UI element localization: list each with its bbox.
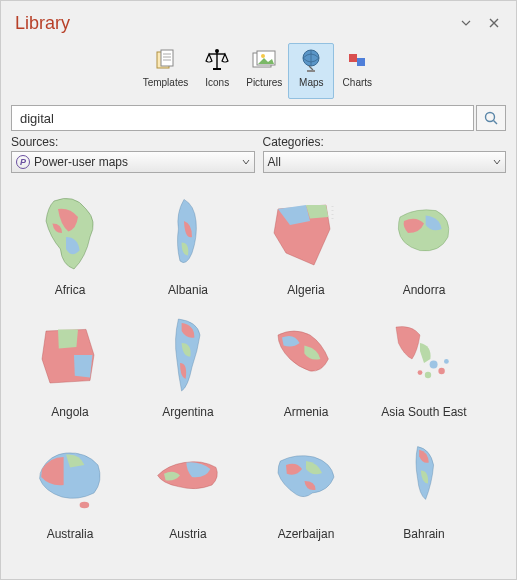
map-label: Asia South East xyxy=(381,405,466,419)
chevron-down-icon xyxy=(493,155,501,169)
search-input[interactable] xyxy=(11,105,474,131)
categories-label: Categories: xyxy=(263,135,507,149)
map-thumb xyxy=(252,431,360,523)
ribbon: Templates Icons Pictures xyxy=(1,39,516,99)
svg-point-25 xyxy=(438,368,444,374)
sources-dropdown[interactable]: P Power-user maps xyxy=(11,151,255,173)
svg-point-24 xyxy=(430,361,438,369)
ribbon-pictures[interactable]: Pictures xyxy=(240,43,288,99)
ribbon-label: Charts xyxy=(343,77,372,88)
search-button[interactable] xyxy=(476,105,506,131)
svg-rect-17 xyxy=(357,58,365,66)
map-label: Africa xyxy=(55,283,86,297)
map-label: Azerbaijan xyxy=(278,527,335,541)
svg-point-7 xyxy=(215,49,219,53)
svg-rect-1 xyxy=(161,50,173,66)
map-label: Algeria xyxy=(287,283,324,297)
svg-text:—: — xyxy=(332,209,334,211)
scales-icon xyxy=(202,45,232,75)
map-item-andorra[interactable]: Andorra xyxy=(365,183,483,305)
ribbon-charts[interactable]: Charts xyxy=(334,43,380,99)
map-thumb xyxy=(134,309,242,401)
maps-grid[interactable]: Africa Albania ———— Algeria xyxy=(11,183,512,573)
ribbon-maps[interactable]: Maps xyxy=(288,43,334,99)
map-thumb xyxy=(134,187,242,279)
map-item-armenia[interactable]: Armenia xyxy=(247,305,365,427)
ribbon-label: Templates xyxy=(143,77,189,88)
ribbon-templates[interactable]: Templates xyxy=(137,43,195,99)
categories-dropdown[interactable]: All xyxy=(263,151,507,173)
panel-title: Library xyxy=(15,13,450,34)
map-thumb xyxy=(134,431,242,523)
ribbon-label: Maps xyxy=(299,77,323,88)
map-item-australia[interactable]: Australia xyxy=(11,427,129,549)
map-item-africa[interactable]: Africa xyxy=(11,183,129,305)
map-item-asia-south-east[interactable]: Asia South East xyxy=(365,305,483,427)
svg-text:—: — xyxy=(332,205,334,207)
svg-point-29 xyxy=(80,502,90,508)
ribbon-label: Pictures xyxy=(246,77,282,88)
map-item-austria[interactable]: Austria xyxy=(129,427,247,549)
map-label: Bahrain xyxy=(403,527,444,541)
pictures-icon xyxy=(249,45,279,75)
svg-line-14 xyxy=(309,66,313,70)
map-item-angola[interactable]: Angola xyxy=(11,305,129,427)
map-label: Armenia xyxy=(284,405,329,419)
map-label: Argentina xyxy=(162,405,213,419)
svg-text:—: — xyxy=(332,217,334,219)
map-thumb xyxy=(252,309,360,401)
svg-point-11 xyxy=(261,54,265,58)
map-thumb xyxy=(16,309,124,401)
ribbon-icons[interactable]: Icons xyxy=(194,43,240,99)
search-icon xyxy=(483,110,499,126)
map-thumb xyxy=(370,187,478,279)
map-thumb xyxy=(370,431,478,523)
map-thumb xyxy=(16,187,124,279)
map-label: Austria xyxy=(169,527,206,541)
globe-icon xyxy=(296,45,326,75)
svg-text:—: — xyxy=(332,213,334,215)
map-item-albania[interactable]: Albania xyxy=(129,183,247,305)
close-button[interactable] xyxy=(482,11,506,35)
svg-point-28 xyxy=(418,370,423,375)
menu-dropdown-button[interactable] xyxy=(454,11,478,35)
categories-value: All xyxy=(268,155,281,169)
svg-point-18 xyxy=(486,113,495,122)
templates-icon xyxy=(150,45,180,75)
svg-rect-16 xyxy=(349,54,357,62)
sources-label: Sources: xyxy=(11,135,255,149)
chevron-down-icon xyxy=(242,155,250,169)
map-item-algeria[interactable]: ———— Algeria xyxy=(247,183,365,305)
sources-value: Power-user maps xyxy=(34,155,128,169)
power-user-icon: P xyxy=(16,155,30,169)
map-label: Australia xyxy=(47,527,94,541)
map-thumb xyxy=(370,309,478,401)
svg-point-27 xyxy=(444,359,449,364)
map-item-argentina[interactable]: Argentina xyxy=(129,305,247,427)
ribbon-label: Icons xyxy=(205,77,229,88)
charts-icon xyxy=(342,45,372,75)
map-label: Angola xyxy=(51,405,88,419)
map-label: Albania xyxy=(168,283,208,297)
svg-rect-8 xyxy=(213,68,221,70)
map-label: Andorra xyxy=(403,283,446,297)
svg-line-19 xyxy=(494,121,498,125)
map-item-bahrain[interactable]: Bahrain xyxy=(365,427,483,549)
map-thumb xyxy=(16,431,124,523)
svg-point-26 xyxy=(425,372,431,378)
map-thumb: ———— xyxy=(252,187,360,279)
svg-rect-15 xyxy=(307,70,315,72)
map-item-azerbaijan[interactable]: Azerbaijan xyxy=(247,427,365,549)
